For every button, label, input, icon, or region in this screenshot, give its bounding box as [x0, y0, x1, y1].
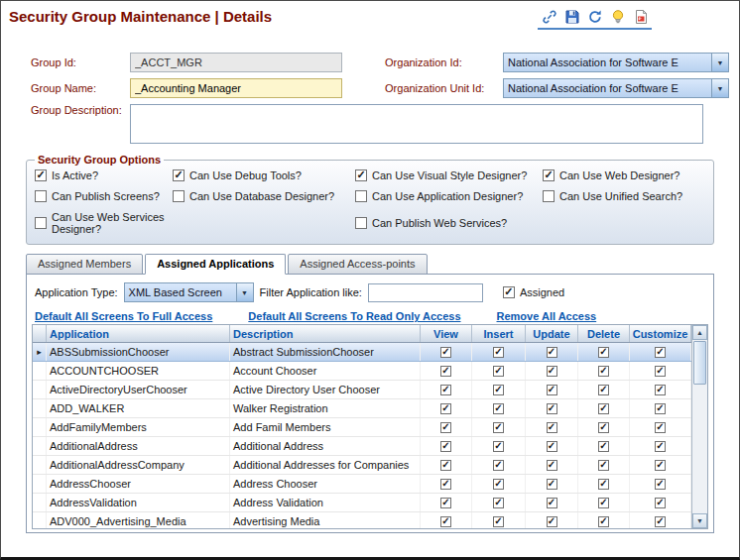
table-row[interactable]: ActiveDirectoryUserChooserActive Directo…	[33, 381, 691, 399]
scroll-down-button[interactable]: ▼	[692, 513, 707, 528]
checkbox-icon[interactable]	[355, 217, 367, 229]
save-icon[interactable]	[563, 8, 580, 25]
checkbox-icon[interactable]	[598, 347, 609, 358]
column-header-customize[interactable]: Customize	[630, 325, 691, 342]
assigned-checkbox[interactable]: Assigned	[503, 286, 564, 298]
checkbox-icon[interactable]	[655, 516, 666, 527]
organization-unit-id-dropdown[interactable]: National Association for Software E ▼	[503, 78, 729, 98]
option-can-use-database-designer[interactable]: Can Use Database Designer?	[173, 190, 355, 202]
scroll-thumb[interactable]	[693, 341, 706, 385]
checkbox-icon[interactable]	[493, 460, 504, 471]
checkbox-icon[interactable]	[440, 460, 451, 471]
chevron-down-icon[interactable]: ▼	[711, 79, 728, 97]
checkbox-icon[interactable]	[655, 422, 666, 433]
checkbox-icon[interactable]	[547, 366, 557, 377]
checkbox-icon[interactable]	[547, 460, 557, 471]
checkbox-icon[interactable]	[440, 366, 451, 377]
checkbox-icon[interactable]	[655, 366, 666, 377]
checkbox-icon[interactable]	[493, 479, 504, 490]
checkbox-icon[interactable]	[440, 403, 451, 414]
group-name-field[interactable]	[130, 78, 342, 98]
checkbox-icon[interactable]	[493, 422, 504, 433]
column-header-view[interactable]: View	[421, 325, 472, 342]
checkbox-icon[interactable]	[35, 169, 47, 181]
checkbox-icon[interactable]	[440, 347, 451, 358]
checkbox-icon[interactable]	[493, 441, 504, 452]
vertical-scrollbar[interactable]: ▲ ▼	[691, 325, 707, 528]
option-can-publish-screens[interactable]: Can Publish Screens?	[35, 190, 173, 202]
group-description-field[interactable]	[130, 104, 703, 144]
checkbox-icon[interactable]	[655, 385, 666, 395]
checkbox-icon[interactable]	[173, 169, 185, 181]
checkbox-icon[interactable]	[598, 385, 609, 395]
checkbox-icon[interactable]	[547, 385, 557, 395]
option-can-publish-web-services[interactable]: Can Publish Web Services?	[355, 211, 543, 235]
checkbox-icon[interactable]	[355, 190, 367, 202]
checkbox-icon[interactable]	[493, 516, 504, 527]
scroll-up-button[interactable]: ▲	[692, 325, 707, 340]
application-type-dropdown[interactable]: XML Based Screen ▼	[124, 282, 254, 302]
table-row[interactable]: ACCOUNTCHOOSERAccount Chooser	[33, 362, 691, 381]
checkbox-icon[interactable]	[598, 516, 609, 527]
checkbox-icon[interactable]	[655, 347, 666, 358]
checkbox-icon[interactable]	[440, 441, 451, 452]
table-row[interactable]: AdditionalAddressAdditional Address	[33, 437, 691, 456]
checkbox-icon[interactable]	[547, 403, 557, 414]
checkbox-icon[interactable]	[598, 422, 609, 433]
table-row[interactable]: AddressValidationAddress Validation	[33, 494, 691, 512]
checkbox-icon[interactable]	[655, 479, 666, 490]
link-icon[interactable]	[541, 8, 557, 25]
table-row[interactable]: ADD_WALKERWalker Registration	[33, 399, 691, 418]
checkbox-icon[interactable]	[440, 498, 451, 508]
checkbox-icon[interactable]	[655, 441, 666, 452]
group-id-field[interactable]	[130, 53, 342, 72]
link-default-all-screens-to-read-only-access[interactable]: Default All Screens To Read Only Access	[248, 310, 460, 322]
option-can-use-application-designer[interactable]: Can Use Application Designer?	[355, 190, 543, 202]
checkbox-icon[interactable]	[547, 422, 557, 433]
checkbox-icon[interactable]	[355, 169, 367, 181]
table-row[interactable]: AdditionalAddressCompanyAdditional Addre…	[33, 456, 691, 475]
checkbox-icon[interactable]	[547, 441, 557, 452]
option-can-use-unified-search[interactable]: Can Use Unified Search?	[543, 190, 705, 202]
checkbox-icon[interactable]	[655, 460, 666, 471]
table-row[interactable]: ▸ABSSubmissionChooserAbstract Submission…	[33, 343, 691, 362]
option-can-use-visual-style-designer[interactable]: Can Use Visual Style Designer?	[355, 169, 543, 181]
checkbox-icon[interactable]	[440, 516, 451, 527]
checkbox-icon[interactable]	[440, 385, 451, 395]
checkbox-icon[interactable]	[35, 190, 47, 202]
column-header-application[interactable]: Application	[47, 325, 230, 342]
chevron-down-icon[interactable]: ▼	[711, 54, 728, 71]
checkbox-icon[interactable]	[598, 498, 609, 508]
tab-assigned-applications[interactable]: Assigned Applications	[145, 254, 286, 275]
link-default-all-screens-to-full-access[interactable]: Default All Screens To Full Access	[35, 310, 212, 322]
checkbox-icon[interactable]	[173, 190, 185, 202]
checkbox-icon[interactable]	[440, 479, 451, 490]
column-header-description[interactable]: Description	[230, 325, 421, 342]
table-row[interactable]: AddFamilyMembersAdd Famil Members	[33, 418, 691, 437]
column-header-update[interactable]: Update	[526, 325, 578, 342]
checkbox-icon[interactable]	[493, 366, 504, 377]
checkbox-icon[interactable]	[547, 347, 557, 358]
table-row[interactable]: ADV000_Advertising_MediaAdvertising Medi…	[33, 512, 691, 528]
tab-assigned-members[interactable]: Assigned Members	[26, 254, 143, 275]
checkbox-icon[interactable]	[598, 441, 609, 452]
checkbox-icon[interactable]	[493, 403, 504, 414]
link-remove-all-access[interactable]: Remove All Access	[497, 310, 597, 322]
checkbox-icon[interactable]	[598, 479, 609, 490]
option-is-active[interactable]: Is Active?	[35, 169, 173, 181]
option-can-use-web-services-designer[interactable]: Can Use Web Services Designer?	[35, 211, 173, 235]
filter-application-input[interactable]	[368, 283, 483, 302]
pdf-export-icon[interactable]	[632, 8, 649, 25]
checkbox-icon[interactable]	[35, 217, 47, 229]
column-header-insert[interactable]: Insert	[472, 325, 526, 342]
lightbulb-icon[interactable]	[609, 8, 626, 25]
checkbox-icon[interactable]	[655, 498, 666, 508]
checkbox-icon[interactable]	[543, 169, 555, 181]
checkbox-icon[interactable]	[598, 460, 609, 471]
checkbox-icon[interactable]	[503, 286, 515, 298]
checkbox-icon[interactable]	[598, 403, 609, 414]
checkbox-icon[interactable]	[547, 498, 557, 508]
checkbox-icon[interactable]	[543, 190, 555, 202]
checkbox-icon[interactable]	[493, 347, 504, 358]
option-can-use-debug-tools[interactable]: Can Use Debug Tools?	[173, 169, 355, 181]
